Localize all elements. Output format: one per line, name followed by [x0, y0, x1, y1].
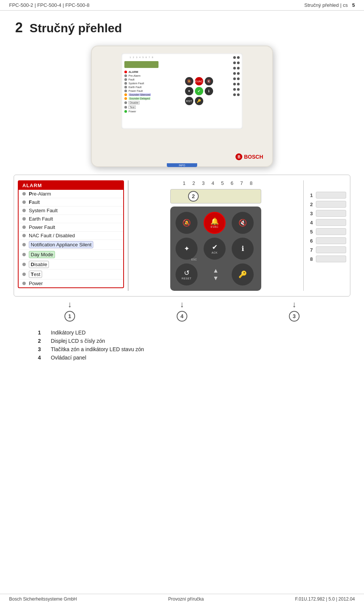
alarm-row: Fault: [19, 198, 123, 207]
zone-led-number: 6: [308, 238, 313, 244]
panel-btn-3[interactable]: 🔇: [205, 77, 213, 85]
ctrl-btn-icon: 🔇: [238, 219, 247, 226]
arrow-down-icon-4: ↓: [180, 300, 184, 309]
zone-led-col: 12345678: [308, 180, 346, 262]
zone-led-number: 8: [308, 256, 313, 262]
evac-btn[interactable]: 🔔EVAC: [204, 212, 226, 234]
zone-led-bar: [316, 228, 346, 235]
diagram-section: ALARM Pre-AlarmFaultSystem FaultEarth Fa…: [14, 175, 350, 296]
divider-1: [128, 180, 129, 291]
footer-left: Bosch Sicherheitssysteme GmbH: [9, 596, 77, 602]
zone-led-bar: [316, 255, 346, 262]
reset-btn[interactable]: ESC↺RESET: [176, 263, 198, 285]
device-image-area: 123 456 78 ALARM Pre-Alarm Fault System …: [0, 42, 364, 175]
zone-led-row: 8: [308, 255, 346, 262]
alarm-row: Notification Appliance Silent: [19, 240, 123, 250]
header-product: FPC-500-2 | FPC-500-4 | FPC-500-8: [9, 2, 89, 8]
annotation-1: ↓ 1: [64, 300, 75, 322]
control-panel: 🔕🔔EVAC🔇✦✔ACKℹESC↺RESET▲▼🔑: [170, 207, 261, 291]
bosch-logo: B BOSCH: [235, 153, 263, 160]
arrow-down-icon: ▼: [213, 275, 219, 282]
zone-led-row: 3: [308, 210, 346, 217]
zone-number: 2: [192, 180, 195, 186]
alarm-label: Disable: [29, 261, 49, 268]
zone-led-bar: [316, 237, 346, 244]
alarm-dot: [22, 234, 26, 237]
legend-row: 4Ovládací panel: [38, 353, 350, 362]
panel-btn-4[interactable]: ✦: [185, 87, 193, 95]
panel-btn-8[interactable]: 🔑: [195, 97, 203, 105]
alarm-label: Day Mode: [29, 251, 55, 258]
mode-btn[interactable]: ✦: [176, 238, 198, 260]
ctrl-btn-icon: 🔔: [210, 218, 219, 225]
ack-btn[interactable]: ✔ACK: [204, 238, 226, 260]
alarm-dot: [22, 226, 26, 229]
arrow-down-icon-3: ↓: [292, 300, 297, 309]
alarm-label: Test: [29, 271, 42, 278]
alarm-label: Pre-Alarm: [29, 191, 51, 197]
ctrl-btn-icon: 🔕: [182, 219, 191, 226]
alarm-label: Fault: [29, 199, 40, 205]
arrows-col: ▲▼: [204, 263, 228, 285]
alarm-label: NAC Fault / Disabled: [29, 233, 75, 238]
alarm-row: Power Fault: [19, 223, 123, 232]
zone-circle-2: 2: [188, 191, 199, 202]
zone-number: 7: [240, 180, 243, 186]
zone-number: 6: [231, 180, 233, 186]
panel-btn-ack[interactable]: ✔: [195, 87, 203, 95]
legend-row: 3Tlačítka zón a indikátory LED stavu zón: [38, 345, 350, 353]
footer-center: Provozní příručka: [168, 596, 204, 602]
alarm-dot: [22, 200, 26, 204]
zone-led-row: 1: [308, 192, 346, 199]
zone-led-row: 7: [308, 246, 346, 253]
legend-area: 1Indikátory LED2Displej LCD s čísly zón3…: [0, 325, 364, 366]
annotation-4: ↓ 4: [177, 300, 187, 322]
ctrl-btn-icon: ℹ: [242, 245, 244, 252]
alarm-panel: ALARM Pre-AlarmFaultSystem FaultEarth Fa…: [18, 180, 124, 288]
section-number: 2: [15, 20, 23, 36]
ctrl-btn-label: EVAC: [211, 226, 219, 228]
alarm-header: ALARM: [19, 181, 123, 190]
mute-btn[interactable]: 🔇: [232, 212, 254, 234]
legend-row: 1Indikátory LED: [38, 328, 350, 337]
alarm-row: Day Mode: [19, 250, 123, 260]
device-panel: 123 456 78 ALARM Pre-Alarm Fault System …: [91, 46, 273, 167]
arrow-down-icon: ↓: [68, 300, 72, 309]
alarm-row: Pre-Alarm: [19, 190, 123, 198]
zone-led-row: 2: [308, 201, 346, 208]
divider-2: [303, 180, 304, 291]
silence-btn[interactable]: 🔕: [176, 212, 198, 234]
esc-label: ESC: [191, 258, 197, 261]
panel-btn-1[interactable]: 🔕: [185, 77, 193, 85]
legend-text: Tlačítka zón a indikátory LED stavu zón: [51, 346, 144, 352]
panel-btn-evac[interactable]: EVAC: [195, 77, 203, 85]
alarm-row: Power: [19, 279, 123, 287]
panel-btn-info[interactable]: ℹ: [205, 87, 213, 95]
alarm-row: Earth Fault: [19, 215, 123, 223]
alarm-label: Power: [29, 281, 43, 286]
section-title-row: 2 Stručný přehled: [0, 11, 364, 42]
ctrl-btn-icon: 🔑: [238, 271, 247, 278]
alarm-label: System Fault: [29, 208, 58, 213]
bosch-icon: B: [235, 153, 242, 160]
legend-num: 4: [38, 355, 45, 361]
alarm-row: System Fault: [19, 207, 123, 215]
key-btn[interactable]: 🔑: [232, 263, 254, 285]
panel-btn-reset[interactable]: RST: [185, 97, 193, 105]
alarm-row: Test: [19, 270, 123, 279]
info-btn[interactable]: ℹ: [232, 238, 254, 260]
legend-text: Ovládací panel: [51, 355, 86, 361]
ctrl-btn-icon: ✔: [212, 244, 218, 251]
footer-right: F.01U.172.982 | 5.0 | 2012.04: [295, 596, 355, 602]
legend-row: 2Displej LCD s čísly zón: [38, 337, 350, 345]
zone-num-row: 12345678: [179, 180, 253, 186]
alarm-dot: [22, 263, 26, 266]
panel-zone-nums: 123 456 78: [124, 56, 166, 58]
ctrl-btn-icon: ↺: [184, 270, 190, 276]
zone-led-bar: [316, 201, 346, 208]
zone-number: 4: [212, 180, 214, 186]
zone-led-number: 2: [308, 202, 313, 207]
panel-alarm-row: ALARM: [124, 71, 166, 73]
alarm-label: Power Fault: [29, 224, 55, 230]
zone-display-box: 2: [170, 189, 261, 203]
